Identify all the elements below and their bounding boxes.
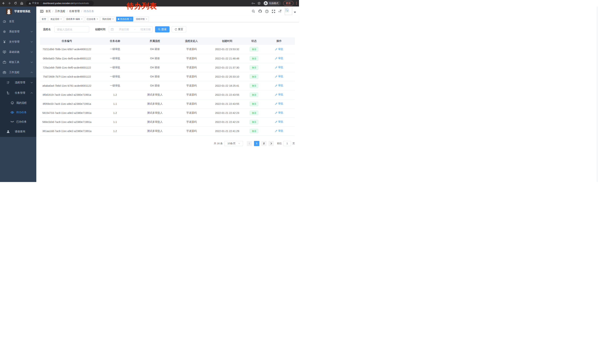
approve-link[interactable]: 审批 (275, 84, 283, 87)
cell-initiator: 芋道源码 (173, 45, 209, 54)
reset-button[interactable]: 重置 (172, 26, 186, 32)
not-secure-label: 不安全 (32, 2, 39, 5)
sidebar-item-task-management[interactable]: 任务管理 (0, 88, 36, 98)
process-name-input[interactable] (54, 26, 89, 32)
page-button-2[interactable]: 2 (261, 141, 266, 146)
start-date-placeholder[interactable]: 开始日期 (119, 28, 129, 31)
warning-icon (29, 2, 31, 4)
cell-initiator: 芋道源码 (173, 108, 209, 117)
tab-2[interactable]: 流程表单-编辑× (64, 17, 84, 22)
breadcrumb-home[interactable]: 首页 (46, 10, 51, 13)
next-page-button[interactable] (268, 141, 274, 146)
chevron-right-icon (270, 142, 272, 145)
approve-link[interactable]: 审批 (275, 75, 283, 78)
url-text[interactable]: dashboard.yudao.iocoder.cn/bpm/task/todo (43, 2, 89, 5)
tab-5[interactable]: 待办任务× (116, 17, 133, 22)
edit-icon (275, 75, 277, 78)
chevron-down-icon (31, 82, 33, 83)
avatar-caret-icon[interactable] (294, 12, 296, 13)
approve-link[interactable]: 审批 (275, 48, 283, 51)
tab-close-icon[interactable]: × (130, 18, 132, 20)
approve-link[interactable]: 审批 (275, 93, 283, 96)
tab-4[interactable]: 我的流程× (100, 17, 115, 22)
cell-process: 测试多审批人 (136, 117, 173, 126)
cell-operation: 审批 (263, 117, 295, 126)
goto-label: 前往 (277, 142, 282, 145)
sidebar-item-done-tasks[interactable]: 已办任务 (0, 117, 36, 126)
cell-initiator: 芋道源码 (173, 63, 209, 72)
sidebar-item-payment[interactable]: 支付管理 (0, 37, 36, 47)
page-button-1[interactable]: 1 (254, 141, 259, 146)
browser-home-button[interactable] (19, 0, 25, 6)
edit-icon (275, 94, 277, 96)
sidebar-item-my-process[interactable]: 我的流程 (0, 98, 36, 108)
cell-task-id: 725a1eb6-7b88-11ec-8ef0-acde48001122 (40, 63, 94, 72)
approve-link[interactable]: 审批 (275, 66, 283, 69)
sidebar-item-system[interactable]: 系统管理 (0, 26, 36, 37)
approve-link[interactable]: 审批 (275, 111, 283, 114)
help-icon[interactable] (265, 9, 269, 13)
tab-close-icon[interactable]: × (97, 18, 98, 20)
tab-1[interactable]: 发起流程× (49, 17, 63, 22)
col-status: 状态 (245, 37, 263, 45)
calendar-icon (111, 28, 114, 31)
sidebar-item-infrastructure[interactable]: 基础设施 (0, 47, 36, 57)
cell-task-name: 一级审批 (94, 72, 136, 81)
cell-initiator: 芋道源码 (173, 72, 209, 81)
approve-link[interactable]: 审批 (275, 129, 283, 133)
tab-close-icon[interactable]: × (81, 18, 83, 20)
sidebar-fold-icon[interactable] (39, 8, 45, 15)
browser-reload-button[interactable] (13, 0, 18, 6)
bookmark-star-icon[interactable] (257, 2, 261, 5)
tab-close-icon[interactable]: × (60, 18, 62, 20)
fullscreen-icon[interactable] (272, 9, 275, 13)
date-range-picker[interactable]: 开始日期 - 结束日期 (109, 26, 153, 32)
address-bar[interactable]: 不安全 dashboard.yudao.iocoder.cn/bpm/task/… (26, 1, 94, 6)
tab-6[interactable]: 流程详情× (134, 17, 149, 22)
app-logo-row[interactable]: 芋道管理系统 (0, 7, 36, 16)
browser-back-button[interactable] (0, 0, 6, 6)
cell-task-name: 一级审批 (94, 63, 136, 72)
browser-forward-button[interactable] (7, 0, 12, 6)
status-badge: 激活 (250, 129, 258, 133)
browser-menu-icon[interactable] (296, 2, 297, 5)
cell-task-name: 1.1 (94, 99, 136, 108)
breadcrumb-workflow[interactable]: 工作流程 (55, 10, 65, 13)
status-badge: 激活 (250, 83, 258, 88)
sidebar-item-process-management[interactable]: 流程管理 (0, 77, 36, 88)
tab-0[interactable]: 首页 (40, 17, 48, 22)
tab-close-icon[interactable]: × (112, 18, 114, 20)
chevron-down-icon (31, 31, 33, 32)
search-button[interactable]: 搜索 (155, 26, 169, 32)
cell-initiator: 芋道源码 (173, 81, 209, 90)
navbar: 首页 / 工作流程 / 任务管理 / 待办任务 (36, 7, 299, 16)
approve-link[interactable]: 审批 (275, 120, 283, 123)
not-secure-badge[interactable]: 不安全 (29, 2, 39, 5)
browser-update-button[interactable]: 更新 (283, 1, 293, 6)
font-size-icon[interactable] (278, 9, 282, 13)
tab-3[interactable]: 已办任务× (85, 17, 100, 22)
sidebar: 芋道管理系统 首页 系统管理 支付管理 基础设施 研发工具 工作流程 流程管理 (0, 7, 36, 182)
avatar[interactable] (285, 8, 292, 15)
github-icon[interactable] (258, 9, 262, 13)
status-badge: 激活 (250, 120, 258, 124)
end-date-placeholder[interactable]: 结束日期 (141, 28, 151, 31)
password-key-icon[interactable] (252, 2, 255, 4)
cell-process: 测试多审批人 (136, 99, 173, 108)
sidebar-item-devtools[interactable]: 研发工具 (0, 57, 36, 67)
approve-link[interactable]: 审批 (275, 102, 283, 105)
header-search-icon[interactable] (252, 9, 255, 13)
cell-create-time: 2022-01-22 21:37:30 (209, 63, 245, 72)
approve-link[interactable]: 审批 (275, 57, 283, 60)
goto-page-input[interactable] (283, 141, 291, 146)
tab-close-icon[interactable]: × (146, 18, 147, 20)
sidebar-item-home[interactable]: 首页 (0, 16, 36, 26)
edit-icon (275, 66, 277, 69)
sidebar-item-leave-query[interactable]: 请假查询 (0, 126, 36, 137)
prev-page-button[interactable] (247, 141, 252, 146)
app-title: 芋道管理系统 (14, 10, 30, 13)
breadcrumb-task-management[interactable]: 任务管理 (69, 10, 80, 13)
page-size-select[interactable]: 10条/页 (224, 141, 243, 146)
sidebar-item-workflow[interactable]: 工作流程 (0, 67, 36, 77)
sidebar-item-todo-tasks[interactable]: 待办任务 (0, 108, 36, 117)
